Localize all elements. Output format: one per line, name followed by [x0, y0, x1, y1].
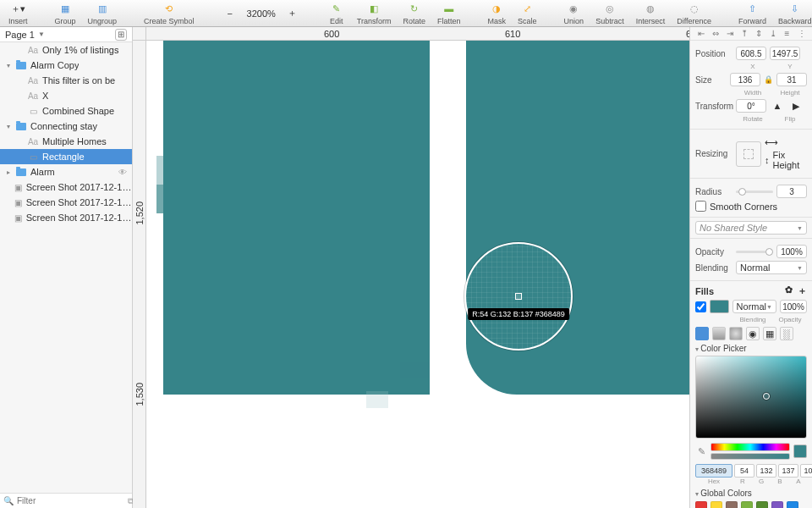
add-page-button[interactable]: ⊞ [115, 29, 127, 41]
difference-button[interactable]: ◌Difference [673, 0, 715, 27]
align-right-icon[interactable]: ⇥ [725, 29, 735, 39]
global-color-swatch[interactable] [726, 501, 738, 508]
global-colors-label[interactable]: Global Colors [695, 489, 807, 498]
align-vcenter-icon[interactable]: ⇕ [754, 29, 764, 39]
fill-radial-icon[interactable] [729, 327, 743, 340]
group-button[interactable]: ▦Group [52, 0, 80, 27]
global-color-swatch[interactable] [787, 501, 798, 508]
pin-v-icon[interactable]: ↕ [765, 155, 770, 165]
fill-solid-icon[interactable] [695, 327, 709, 340]
position-x-input[interactable] [736, 47, 766, 60]
eyedropper-icon[interactable]: ✎ [695, 446, 707, 457]
fill-angular-icon[interactable]: ◉ [746, 327, 760, 340]
fill-noise-icon[interactable]: ░ [780, 327, 793, 340]
width-input[interactable] [730, 73, 760, 86]
ungroup-button[interactable]: ▥Ungroup [85, 0, 121, 27]
height-input[interactable] [776, 73, 807, 86]
layer-row[interactable]: ▾Connecting stay [0, 119, 132, 134]
visibility-icon[interactable]: 👁 [118, 168, 127, 177]
canvas[interactable]: 600 610 620 1,520 1,530 R:54 G:132 B:137… [133, 27, 689, 508]
zoom-in-button[interactable]: ＋ [281, 4, 304, 23]
rotate-input[interactable] [736, 99, 766, 113]
position-y-input[interactable] [770, 47, 800, 60]
layer-row[interactable]: ▣Screen Shot 2017-12-14 at 4.49... [0, 210, 132, 225]
insert-button[interactable]: ＋▾Insert [5, 0, 31, 27]
global-color-swatch[interactable] [771, 501, 783, 508]
alpha-slider[interactable] [710, 453, 790, 460]
backward-button[interactable]: ⇩Backward [775, 0, 812, 27]
create-symbol-button[interactable]: ⟲Create Symbol [140, 0, 198, 27]
layer-row[interactable]: ▭Combined Shape [0, 103, 132, 119]
intersect-button[interactable]: ◍Intersect [633, 0, 669, 27]
gear-icon[interactable]: ✿ [785, 284, 793, 297]
filter-input[interactable] [17, 496, 124, 505]
add-fill-icon[interactable]: ＋ [798, 284, 807, 297]
transform-button[interactable]: ◧Transform [354, 0, 395, 27]
layer-name: Screen Shot 2017-12-14 at 4.43... [26, 197, 132, 207]
union-button[interactable]: ◉Union [561, 0, 588, 27]
global-color-swatch[interactable] [741, 501, 753, 508]
hex-input[interactable] [695, 464, 732, 478]
page-selector[interactable]: Page 1▼ ⊞ [0, 27, 132, 42]
global-color-swatch[interactable] [695, 501, 707, 508]
disclosure-icon[interactable]: ▾ [5, 62, 12, 69]
layer-row[interactable]: AaOnly 1% of listings [0, 42, 132, 58]
zoom-out-button[interactable]: − [218, 4, 242, 23]
disclosure-icon[interactable]: ▾ [5, 123, 12, 130]
pin-h-icon[interactable]: ⟷ [765, 137, 778, 148]
disclosure-icon[interactable]: ▸ [5, 168, 12, 176]
opacity-input[interactable] [776, 245, 807, 258]
flip-h-icon[interactable]: ▲ [770, 101, 785, 111]
shared-style-select[interactable]: No Shared Style▼ [695, 221, 807, 235]
layer-row[interactable]: AaMultiple Homes [0, 134, 132, 149]
layer-row[interactable]: ▸Alarm👁 [0, 164, 132, 179]
global-color-swatch[interactable] [756, 501, 768, 508]
fill-linear-icon[interactable] [712, 327, 726, 340]
distribute-v-icon[interactable]: ⋮ [797, 29, 807, 39]
smooth-corners-checkbox[interactable] [695, 201, 706, 212]
eyedropper-magnifier[interactable]: R:54 G:132 B:137 #368489 [464, 242, 573, 351]
color-picker-field[interactable] [695, 356, 807, 439]
radius-input[interactable] [776, 185, 807, 198]
align-bottom-icon[interactable]: ⤓ [768, 29, 778, 39]
resizing-constraints[interactable] [736, 141, 761, 167]
fill-blend-select[interactable]: Normal▼ [732, 300, 776, 313]
toolbar: ＋▾Insert ▦Group ▥Ungroup ⟲Create Symbol … [0, 0, 812, 27]
subtract-button[interactable]: ◎Subtract [592, 0, 628, 27]
a-input[interactable] [800, 464, 812, 478]
layer-row[interactable]: ▣Screen Shot 2017-12-14 at 9.38... [0, 179, 132, 195]
hue-slider[interactable] [710, 443, 790, 451]
layer-row[interactable]: ▾Alarm Copy [0, 58, 132, 73]
fill-opacity-input[interactable] [780, 300, 807, 313]
r-input[interactable] [734, 464, 754, 478]
edit-button[interactable]: ✎Edit [325, 0, 348, 27]
blending-select[interactable]: Normal▼ [736, 261, 807, 274]
fill-enabled-checkbox[interactable] [695, 301, 706, 312]
global-color-swatch[interactable] [710, 501, 722, 508]
g-input[interactable] [756, 464, 776, 478]
align-top-icon[interactable]: ⤒ [739, 29, 749, 39]
layer-row[interactable]: AaThis filter is on be [0, 73, 132, 88]
b-input[interactable] [778, 464, 798, 478]
align-hcenter-icon[interactable]: ⇔ [710, 29, 721, 39]
flatten-button[interactable]: ▬Flatten [434, 0, 464, 27]
fill-pattern-icon[interactable]: ▦ [763, 327, 776, 340]
lock-icon[interactable]: 🔒 [764, 75, 773, 84]
mask-button[interactable]: ◑Mask [485, 0, 510, 27]
opacity-slider[interactable] [736, 251, 773, 253]
fill-color-swatch[interactable] [710, 300, 729, 313]
distribute-h-icon[interactable]: ≡ [782, 29, 793, 39]
layer-row[interactable]: ▭Rectangle [0, 149, 132, 164]
radius-slider[interactable] [736, 190, 773, 193]
flip-v-icon[interactable]: ▶ [788, 101, 804, 112]
canvas-shape[interactable] [163, 41, 430, 395]
align-left-icon[interactable]: ⇤ [696, 29, 706, 39]
rotate-button[interactable]: ↻Rotate [400, 0, 430, 27]
layer-row[interactable]: ▣Screen Shot 2017-12-14 at 4.43... [0, 195, 132, 210]
zoom-level[interactable]: 3200% [247, 8, 276, 19]
forward-button[interactable]: ⇧Forward [735, 0, 770, 27]
scale-button[interactable]: ⤢Scale [514, 0, 540, 27]
color-picker-label[interactable]: Color Picker [695, 344, 807, 353]
current-color-swatch[interactable] [793, 444, 807, 458]
layer-row[interactable]: AaX [0, 88, 132, 103]
